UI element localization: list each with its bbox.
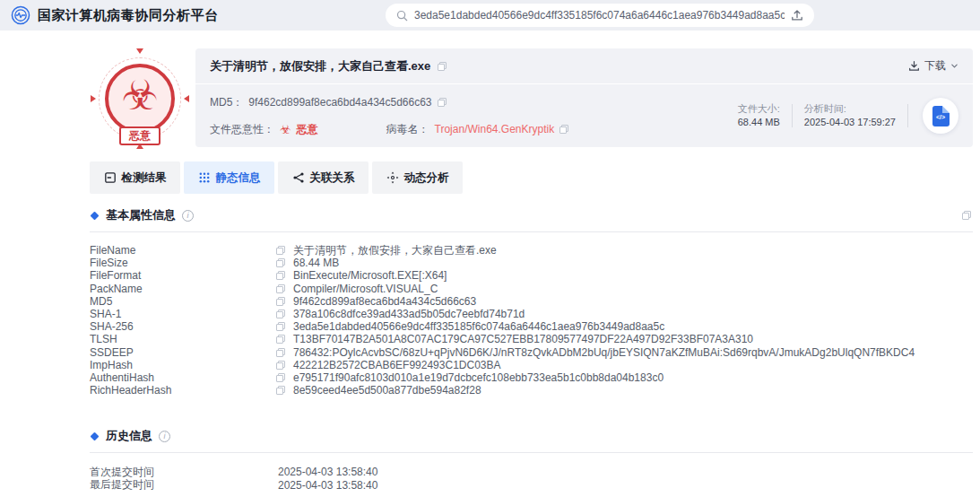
brand: 国家计算机病毒协同分析平台 xyxy=(11,5,219,25)
row-label: MD5 xyxy=(90,295,276,308)
section-title: 基本属性信息 xyxy=(106,207,176,223)
analysis-time-value: 2025-04-03 17:59:27 xyxy=(804,116,896,129)
platform-logo-icon xyxy=(11,5,30,25)
file-name: 关于清明节，放假安排，大家自己查看.exe xyxy=(210,58,430,74)
table-row: SHA-1 378a106c8dfce39ad433ad5b05dc7eebfd… xyxy=(90,308,973,320)
basic-info-table: FileName 关于清明节，放假安排，大家自己查看.exe FileSize … xyxy=(90,244,973,397)
divider xyxy=(90,231,973,232)
row-value: 378a106c8dfce39ad433ad5b05dc7eebfd74b71d xyxy=(293,308,525,320)
section-diamond-icon xyxy=(91,432,100,440)
md5-line: MD5： 9f462cd899af8eca6bd4a434c5d66c63 xyxy=(210,95,568,110)
dynamic-motion-icon xyxy=(386,171,399,184)
row-label: SHA-1 xyxy=(90,308,276,320)
copy-icon[interactable] xyxy=(276,271,285,280)
row-label: TLSH xyxy=(90,333,276,345)
copy-icon[interactable] xyxy=(276,361,285,370)
row-label: SHA-256 xyxy=(90,320,276,333)
copy-icon[interactable] xyxy=(276,284,285,293)
search-input[interactable] xyxy=(414,9,785,22)
copy-icon[interactable] xyxy=(276,297,285,306)
copy-icon[interactable] xyxy=(276,246,285,255)
basic-info-header: 基本属性信息 xyxy=(90,205,973,226)
copy-icon[interactable] xyxy=(276,348,285,357)
table-row: SHA-256 3eda5e1dabded40566e9dc4ff335185f… xyxy=(90,320,973,333)
upload-icon[interactable] xyxy=(791,9,803,22)
tab-dynamic-analysis[interactable]: 动态分析 xyxy=(372,161,463,194)
file-title-row: 关于清明节，放假安排，大家自己查看.exe 下载 xyxy=(195,48,973,84)
virus-name[interactable]: Trojan/Win64.GenKryptik xyxy=(435,123,555,135)
analysis-time-stat: 分析时间: 2025-04-03 17:59:27 xyxy=(793,102,907,129)
row-value: BinExecute/Microsoft.EXE[:X64] xyxy=(293,269,447,282)
row-label: 最后提交时间 xyxy=(90,477,278,493)
download-label: 下载 xyxy=(924,58,946,74)
row-value: 2025-04-03 13:58:40 xyxy=(278,466,377,478)
detail-tabs: 检测结果 静态信息 关联关系 xyxy=(90,161,973,194)
info-icon[interactable] xyxy=(182,210,194,222)
copy-icon[interactable] xyxy=(276,258,285,267)
share-network-icon xyxy=(292,171,305,184)
row-value: 422212B2572CBAB6EF992493C1DC03BA xyxy=(293,359,501,371)
copy-icon[interactable] xyxy=(276,373,285,382)
row-label: FileSize xyxy=(90,257,276,269)
table-row: SSDEEP 786432:POylcAcvbSC/68zU+qPjvN6D6K… xyxy=(90,346,973,359)
table-row: AuthentiHash e795171f90afc8103d010a1e19d… xyxy=(90,371,973,384)
copy-section-icon[interactable] xyxy=(962,211,971,220)
table-row: FileSize 68.44 MB xyxy=(90,257,973,269)
row-value: 3eda5e1dabded40566e9dc4ff335185f6c074a6a… xyxy=(293,320,664,333)
md5-value: 9f462cd899af8eca6bd4a434c5d66c63 xyxy=(248,96,431,109)
code-report-icon xyxy=(932,106,950,126)
tab-static-info[interactable]: 静态信息 xyxy=(184,161,274,194)
tab-label: 静态信息 xyxy=(216,170,261,186)
tab-relations[interactable]: 关联关系 xyxy=(278,161,369,194)
hash-search-bar[interactable] xyxy=(386,4,814,27)
copy-virus-name-icon[interactable] xyxy=(559,125,568,134)
copy-filename-icon[interactable] xyxy=(438,62,447,71)
report-icon xyxy=(104,171,117,184)
section-diamond-icon xyxy=(91,211,100,220)
row-value: 关于清明节，放假安排，大家自己查看.exe xyxy=(293,243,497,258)
row-label: RichHeaderHash xyxy=(90,384,276,397)
badge-arrow-icon xyxy=(91,95,100,102)
file-size-value: 68.44 MB xyxy=(738,116,780,129)
download-button[interactable]: 下载 xyxy=(908,58,958,74)
virus-name-label: 病毒名： xyxy=(386,122,429,137)
biohazard-small-icon xyxy=(280,123,291,136)
copy-icon[interactable] xyxy=(276,322,285,331)
chevron-down-icon xyxy=(950,62,958,70)
platform-title: 国家计算机病毒协同分析平台 xyxy=(38,7,219,24)
copy-icon[interactable] xyxy=(276,310,285,318)
download-icon xyxy=(908,60,920,72)
file-size-label: 文件大小: xyxy=(738,102,780,116)
table-row: PackName Compiler/Microsoft.VISUAL_C xyxy=(90,283,973,295)
row-value: 68.44 MB xyxy=(293,257,339,269)
maliciousness-label: 文件恶意性： xyxy=(210,122,274,137)
table-row: MD5 9f462cd899af8eca6bd4a434c5d66c63 xyxy=(90,295,973,308)
file-info-card: 关于清明节，放假安排，大家自己查看.exe 下载 MD5： xyxy=(195,48,973,147)
verdict-banner: 恶意 xyxy=(119,126,160,145)
info-icon[interactable] xyxy=(159,431,170,442)
copy-icon[interactable] xyxy=(276,386,285,395)
row-label: AuthentiHash xyxy=(90,371,276,384)
history-info-table: 首次提交时间 2025-04-03 13:58:40 最后提交时间 2025-0… xyxy=(90,466,973,491)
row-label: PackName xyxy=(90,283,276,295)
table-row: FileName 关于清明节，放假安排，大家自己查看.exe xyxy=(90,244,973,257)
row-value: T13BF70147B2A501A8C07AC179CA97C527EBB178… xyxy=(293,333,753,345)
copy-md5-icon[interactable] xyxy=(438,98,447,107)
row-value: 786432:POylcAcvbSC/68zU+qPjvN6D6K/J/nRT8… xyxy=(293,346,915,359)
top-header: 国家计算机病毒协同分析平台 xyxy=(0,0,980,31)
copy-icon[interactable] xyxy=(276,335,285,344)
divider xyxy=(90,452,973,453)
maliciousness-value: 恶意 xyxy=(297,122,318,137)
badge-arrow-icon xyxy=(136,48,143,57)
analysis-report-button[interactable] xyxy=(923,98,958,134)
tab-label: 关联关系 xyxy=(310,170,355,186)
row-label: SSDEEP xyxy=(90,346,276,359)
verdict-line: 文件恶意性： 恶意 病毒名： Trojan/Win64.GenKryptik xyxy=(210,122,568,137)
row-label: ImpHash xyxy=(90,359,276,371)
tab-detection-result[interactable]: 检测结果 xyxy=(90,161,180,194)
table-row: ImpHash 422212B2572CBAB6EF992493C1DC03BA xyxy=(90,359,973,371)
analysis-time-label: 分析时间: xyxy=(804,102,896,116)
history-info-section: 历史信息 首次提交时间 2025-04-03 13:58:40 最后提交时间 2… xyxy=(90,425,973,491)
row-value: e795171f90afc8103d010a1e19d7dcbcefc108eb… xyxy=(293,371,663,384)
biohazard-icon xyxy=(121,82,158,116)
